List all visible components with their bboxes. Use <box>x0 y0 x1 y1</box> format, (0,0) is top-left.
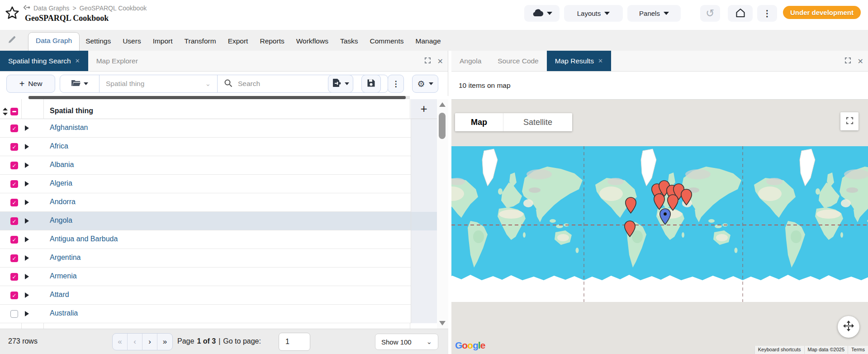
map-marker[interactable] <box>625 197 637 214</box>
row-name-link[interactable]: Attard <box>50 291 69 299</box>
scroll-down-arrow[interactable] <box>439 321 446 325</box>
table-row[interactable]: ✓Albania <box>0 156 437 175</box>
panel-tab-angola[interactable]: Angola <box>451 51 489 71</box>
page-button[interactable]: » <box>157 334 172 350</box>
row-checkbox[interactable]: ✓ <box>10 217 18 225</box>
row-checkbox[interactable]: ✓ <box>10 273 18 281</box>
map-fullscreen-button[interactable] <box>840 112 859 130</box>
horizontal-scrollbar[interactable] <box>28 96 410 99</box>
table-row[interactable]: ✓Afghanistan <box>0 119 437 138</box>
table-row[interactable]: ✓Algeria <box>0 175 437 193</box>
table-row[interactable]: ✓Attard <box>0 286 437 305</box>
row-expand-icon[interactable] <box>25 200 29 205</box>
row-checkbox[interactable]: ✓ <box>10 162 18 169</box>
cloud-menu-button[interactable] <box>524 5 560 22</box>
horizontal-scrollbar-thumb[interactable] <box>28 96 406 99</box>
row-expand-icon[interactable] <box>25 255 29 261</box>
row-name-link[interactable]: Argentina <box>50 254 81 262</box>
table-row[interactable]: Australia <box>0 305 437 323</box>
row-expand-icon[interactable] <box>25 163 29 168</box>
map-marker[interactable] <box>653 193 665 210</box>
row-checkbox[interactable]: ✓ <box>10 180 18 188</box>
goto-page-input[interactable] <box>279 333 310 351</box>
row-name-link[interactable]: Australia <box>50 309 78 317</box>
save-button[interactable] <box>361 75 381 93</box>
tab-close-icon[interactable]: ✕ <box>75 57 80 64</box>
sort-icon[interactable] <box>2 108 8 117</box>
row-checkbox[interactable]: ✓ <box>10 292 18 299</box>
panel-tab-map-explorer[interactable]: Map Explorer <box>88 51 146 71</box>
row-expand-icon[interactable] <box>25 237 29 242</box>
row-checkbox[interactable]: ✓ <box>10 124 18 132</box>
nav-tab-export[interactable]: Export <box>222 33 254 51</box>
row-expand-icon[interactable] <box>25 218 29 224</box>
panel-tab-map-results[interactable]: Map Results✕ <box>547 51 611 71</box>
row-expand-icon[interactable] <box>25 125 29 131</box>
row-expand-icon[interactable] <box>25 181 29 187</box>
row-checkbox[interactable]: ✓ <box>10 199 18 206</box>
row-checkbox[interactable]: ✓ <box>10 236 18 244</box>
select-all-checkbox[interactable] <box>10 108 18 115</box>
table-more-button[interactable]: ⋮ <box>388 75 404 93</box>
close-panel-icon[interactable]: ✕ <box>858 57 863 66</box>
nav-tab-data-graph[interactable]: Data Graph <box>28 32 80 51</box>
undo-button[interactable]: ↺ <box>700 5 720 22</box>
table-row[interactable]: ✓Africa <box>0 138 437 156</box>
home-button[interactable] <box>728 5 753 22</box>
export-button[interactable] <box>328 75 353 93</box>
expand-panel-icon[interactable] <box>424 57 431 66</box>
nav-tab-comments[interactable]: Comments <box>364 33 410 51</box>
scroll-up-arrow[interactable] <box>439 102 446 107</box>
row-expand-icon[interactable] <box>25 292 29 298</box>
table-row[interactable]: ✓Antigua and Barbuda <box>0 230 437 249</box>
page-size-select[interactable]: Show 100 ⌄ <box>375 334 438 350</box>
close-panel-icon[interactable]: ✕ <box>437 57 443 66</box>
row-checkbox[interactable]: ✓ <box>10 254 18 262</box>
nav-tab-workflows[interactable]: Workflows <box>290 33 334 51</box>
vertical-scrollbar[interactable] <box>437 99 448 329</box>
row-name-link[interactable]: Antigua and Barbuda <box>50 235 118 243</box>
nav-tab-tasks[interactable]: Tasks <box>334 33 364 51</box>
expand-panel-icon[interactable] <box>844 57 851 66</box>
row-expand-icon[interactable] <box>25 274 29 279</box>
row-expand-icon[interactable] <box>25 144 29 149</box>
row-name-link[interactable]: Andorra <box>50 198 76 206</box>
row-checkbox[interactable] <box>10 310 18 318</box>
panel-tab-source-code[interactable]: Source Code <box>489 51 546 71</box>
row-name-link[interactable]: Angola <box>50 216 72 225</box>
table-row[interactable]: ✓Armenia <box>0 268 437 286</box>
nav-tab-manage[interactable]: Manage <box>409 33 446 51</box>
favorite-star-icon[interactable] <box>5 5 20 21</box>
nav-tab-transform[interactable]: Transform <box>179 33 222 51</box>
page-button[interactable]: › <box>142 334 157 350</box>
map-marker[interactable] <box>624 220 636 237</box>
row-name-link[interactable]: Armenia <box>50 272 77 280</box>
column-header[interactable]: Spatial thing <box>50 107 93 115</box>
attribution-map-data-2025[interactable]: Map data ©2025 <box>804 346 848 354</box>
row-name-link[interactable]: Afghanistan <box>50 124 88 132</box>
layouts-button[interactable]: Layouts <box>564 5 623 22</box>
nav-tab-import[interactable]: Import <box>147 33 179 51</box>
panel-tab-spatial-thing-search[interactable]: Spatial thing Search✕ <box>0 51 88 71</box>
breadcrumb-root[interactable]: Data Graphs <box>33 5 69 12</box>
nav-tab-reports[interactable]: Reports <box>254 33 290 51</box>
map-type-map-button[interactable]: Map <box>455 113 503 131</box>
row-expand-icon[interactable] <box>25 311 29 316</box>
table-row[interactable]: ✓Argentina <box>0 249 437 268</box>
selected-map-marker[interactable] <box>659 208 671 225</box>
nav-tab-users[interactable]: Users <box>117 33 147 51</box>
attribution-terms[interactable]: Terms <box>848 346 868 354</box>
tab-close-icon[interactable]: ✕ <box>598 57 603 64</box>
row-name-link[interactable]: Algeria <box>50 179 72 187</box>
row-name-link[interactable]: Albania <box>50 161 74 169</box>
new-button[interactable]: + New <box>6 75 55 93</box>
nav-tab-settings[interactable]: Settings <box>80 33 117 51</box>
row-name-link[interactable]: Africa <box>50 142 68 150</box>
google-map[interactable]: Map Satellite Google Keyboard shortcutsM… <box>451 100 868 354</box>
map-type-satellite-button[interactable]: Satellite <box>503 113 572 131</box>
vertical-scrollbar-thumb[interactable] <box>439 113 446 139</box>
add-column-button[interactable]: + <box>411 99 437 119</box>
map-marker[interactable] <box>680 189 693 206</box>
google-logo[interactable]: Google <box>455 340 485 351</box>
map-pan-button[interactable] <box>838 316 859 338</box>
